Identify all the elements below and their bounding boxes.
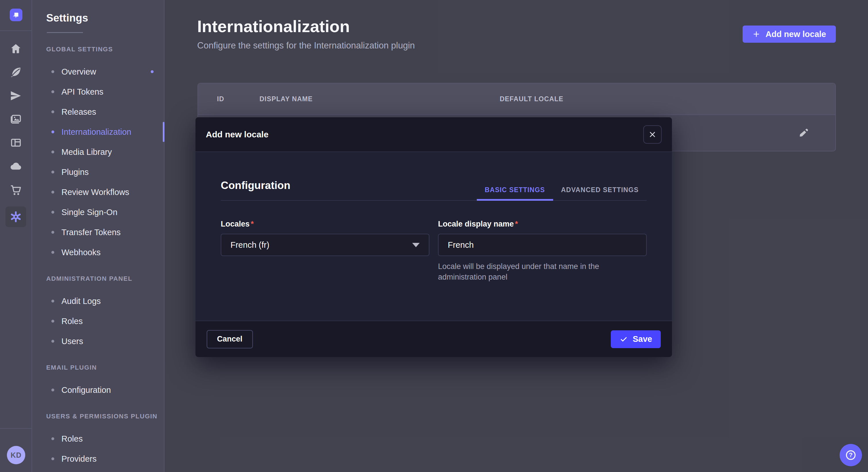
close-icon [648,130,657,139]
add-new-locale-modal: Add new locale Configuration BASIC SETTI… [195,117,672,357]
modal-footer: Cancel Save [195,321,672,357]
configuration-title: Configuration [221,179,290,200]
modal-body: Configuration BASIC SETTINGS ADVANCED SE… [195,152,672,321]
locales-select[interactable]: French (fr) [221,234,429,256]
display-name-helper-text: Locale will be displayed under that name… [438,261,647,282]
locales-label-text: Locales [221,220,250,228]
modal-title: Add new locale [206,130,268,139]
required-asterisk: * [251,220,254,228]
save-label: Save [632,334,652,344]
tab-basic-settings[interactable]: BASIC SETTINGS [477,186,553,201]
locales-label: Locales* [221,220,429,229]
locales-field-group: Locales* French (fr) [221,220,429,282]
modal-header: Add new locale [195,117,672,152]
display-name-field-group: Locale display name* Locale will be disp… [438,220,647,282]
settings-tabs: BASIC SETTINGS ADVANCED SETTINGS [477,186,647,200]
display-name-label-text: Locale display name [438,220,514,228]
required-asterisk: * [515,220,518,228]
locale-form: Locales* French (fr) Locale display name… [221,220,647,282]
close-modal-button[interactable] [643,125,662,144]
check-icon [619,335,628,343]
save-button[interactable]: Save [611,330,661,348]
configuration-section-header: Configuration BASIC SETTINGS ADVANCED SE… [221,179,647,201]
tab-advanced-settings[interactable]: ADVANCED SETTINGS [553,186,647,201]
display-name-label: Locale display name* [438,220,647,229]
cancel-button[interactable]: Cancel [207,330,253,348]
chevron-down-icon [412,243,420,247]
locales-select-value: French (fr) [230,240,269,250]
display-name-input[interactable] [438,234,647,256]
